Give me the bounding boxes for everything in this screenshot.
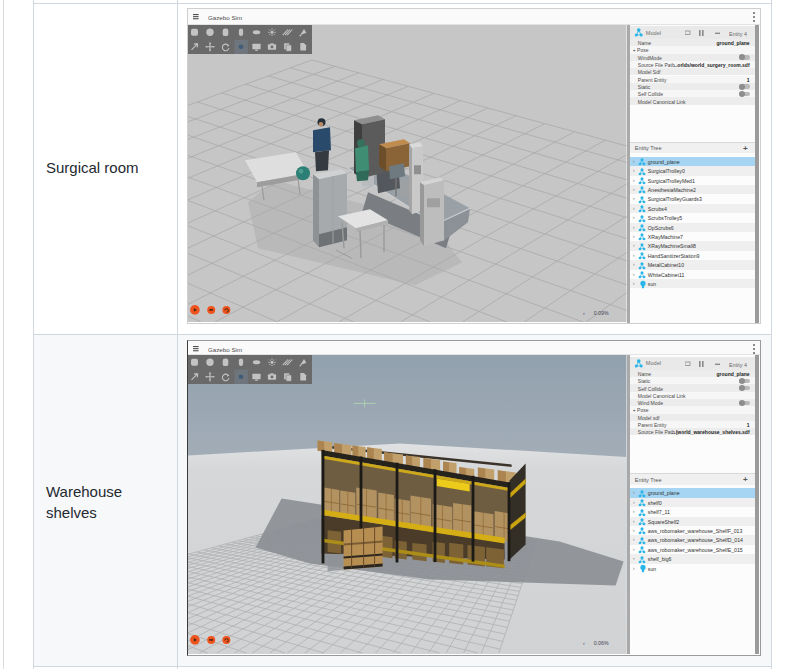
svg-text:Entity 4: Entity 4: [729, 31, 747, 37]
svg-text:Entity 4: Entity 4: [729, 362, 747, 368]
